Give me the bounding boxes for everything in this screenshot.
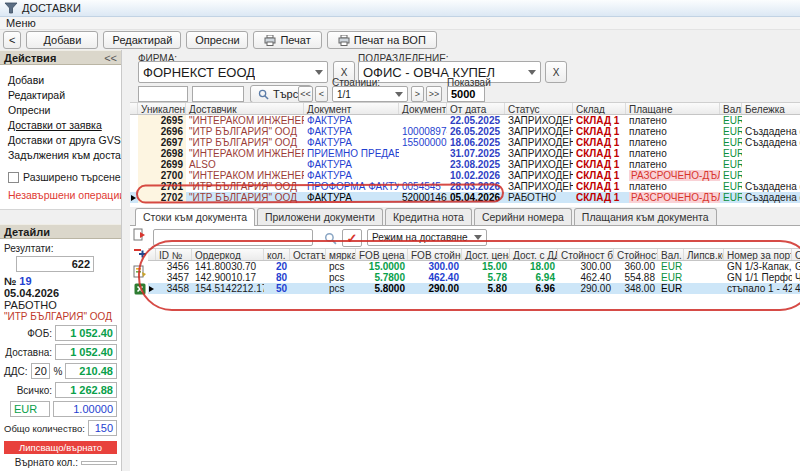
col-supplier[interactable]: Доставчик	[186, 103, 304, 114]
sidebar-link-refresh[interactable]: Опресни	[8, 104, 121, 116]
delivery-row[interactable]: 2695 "ИНТЕРАКОМ ИНЖЕНЕРИНГ" ООД ФАКТУРА …	[130, 115, 800, 126]
print-vop-button[interactable]: Печат на ВОП	[327, 31, 437, 49]
print-button[interactable]: Печат	[253, 31, 321, 49]
back-button[interactable]: <	[3, 31, 21, 49]
col-unit[interactable]: мярка	[326, 249, 356, 260]
cell-delivery-price-vat: 6.96	[510, 283, 558, 294]
sidebar-link-add[interactable]: Добави	[8, 74, 121, 86]
next-page-button[interactable]: >	[411, 86, 424, 102]
cell-currency: EUR	[658, 261, 684, 272]
tab-attached-documents[interactable]: Приложени документи	[257, 208, 383, 225]
col-quantity[interactable]: кол.	[264, 249, 290, 260]
col-unique-id[interactable]: Уникален №	[138, 103, 186, 114]
edit-button[interactable]: Редактирай	[103, 31, 181, 49]
cell-currency: EUR	[658, 272, 684, 283]
items-search-button[interactable]	[320, 229, 340, 247]
col-value-no-vat[interactable]: Стойност без ДД	[558, 249, 614, 260]
collapse-sidebar-button[interactable]: <<	[104, 52, 117, 64]
cell-value-with-vat: 554.88	[614, 272, 658, 283]
total-value: 1 262.88	[55, 382, 117, 398]
col-document[interactable]: Документ	[304, 103, 399, 114]
menu-item[interactable]: Меню	[6, 17, 36, 29]
col-note[interactable]: Бележка	[742, 103, 800, 114]
pages-select[interactable]: 1/1	[332, 86, 408, 102]
refresh-button[interactable]: Опресни	[186, 31, 248, 49]
col-date[interactable]: От дата	[447, 103, 505, 114]
delivery-mode-select[interactable]: Режим на доставяне	[367, 229, 487, 246]
sidebar-link-supplier-obligations[interactable]: Задължения към доставчици	[8, 149, 121, 161]
delivery-row[interactable]: 2702 "ИТР БЪЛГАРИЯ" ООД ФАКТУРА 52000146…	[130, 192, 800, 203]
cell-note: Създадена от И	[742, 181, 800, 192]
results-label: Резултати:	[4, 243, 117, 254]
prev-page-button[interactable]: <	[315, 86, 328, 102]
tab-credit-note[interactable]: Кредитна нота	[385, 208, 472, 225]
tab-serial-numbers[interactable]: Серийни номера	[474, 208, 572, 225]
col-fob-value[interactable]: FOB стойност	[408, 249, 462, 260]
cell-currency: EUR	[720, 181, 742, 192]
cell-delivery-price: 5.80	[462, 283, 510, 294]
division-clear-button[interactable]: X	[545, 61, 567, 83]
col-store[interactable]: Склад	[573, 103, 626, 114]
cell-document-number	[399, 170, 447, 181]
col-currency[interactable]: Валута	[720, 103, 742, 114]
export-excel-icon[interactable]	[133, 282, 147, 296]
item-row[interactable]: 3457 142.90010.17 80 pcs 5.7800 462.40 5…	[148, 272, 800, 283]
filter-input-2[interactable]	[192, 86, 244, 102]
first-page-button[interactable]: <<	[298, 86, 313, 102]
items-icon-strip	[132, 228, 148, 296]
confirm-button[interactable]: ✓	[342, 229, 362, 247]
item-row[interactable]: 3458 154.5142212.17 50 pcs 5.8000 290.00…	[148, 283, 800, 294]
export-rows-icon[interactable]	[133, 228, 147, 242]
col-status[interactable]: Статус	[505, 103, 573, 114]
col-order-number[interactable]: Номер за поръчка	[724, 249, 792, 260]
cell-value-no-vat: 290.00	[558, 283, 614, 294]
cell-date: 18.06.2025	[447, 137, 505, 148]
add-button[interactable]: Добави	[26, 31, 98, 49]
chevron-down-icon	[474, 235, 482, 240]
cell-missing-qty	[684, 272, 724, 283]
col-delivery-price-vat[interactable]: Дост. с ДДС	[510, 249, 558, 260]
col-remainder[interactable]: Остатък	[290, 249, 326, 260]
sidebar-link-deliveries-other-store[interactable]: Доставки от друга GVStorePRO	[8, 134, 121, 146]
company-select[interactable]: ФОРНЕКСТ ЕООД	[138, 61, 328, 83]
last-page-button[interactable]: >>	[426, 86, 442, 102]
currency-field[interactable]: EUR	[10, 401, 50, 417]
col-value-with-vat[interactable]: Стойност с	[614, 249, 658, 260]
filter-input-1[interactable]	[138, 86, 188, 102]
vat-rate-field[interactable]: 20	[31, 363, 51, 379]
funnel-icon	[4, 1, 18, 15]
col-delivery-price[interactable]: Дост. цена	[462, 249, 510, 260]
col-item-id[interactable]: ID №	[156, 249, 192, 260]
cell-value-with-vat: 348.00	[614, 283, 658, 294]
advanced-search-row: Разширено търсене	[8, 171, 121, 183]
returned-qty-field[interactable]	[81, 461, 117, 465]
cell-order-number: GN 1/1 Перфорирана ч	[724, 272, 792, 283]
delivery-row[interactable]: 2697 "ИТР БЪЛГАРИЯ" ООД ФАКТУРА 15500000…	[130, 137, 800, 148]
sidebar-link-edit[interactable]: Редактирай	[8, 89, 121, 101]
cell-unique-id: 2699	[138, 159, 186, 170]
col-description[interactable]: Описание н	[792, 249, 800, 260]
delivery-row[interactable]: 2698 "ИНТЕРАКОМ ИНЖЕНЕРИНГ" ООД ПРИЕМНО …	[130, 148, 800, 159]
add-remove-row-icon[interactable]	[133, 246, 147, 260]
cell-currency: EUR	[720, 192, 742, 203]
col-missing-qty[interactable]: Липсв.кол.	[684, 249, 724, 260]
advanced-search-checkbox[interactable]	[8, 172, 19, 183]
tab-items[interactable]: Стоки към документа	[135, 208, 255, 226]
show-count-input[interactable]	[447, 86, 485, 102]
col-fob-price[interactable]: FOB цена	[356, 249, 408, 260]
edit-rows-icon[interactable]	[133, 264, 147, 278]
delivery-row[interactable]: 2700 "ИНТЕРАКОМ ИНЖЕНЕРИНГ" ООД ФАКТУРА …	[130, 170, 800, 181]
delivery-row[interactable]: 2699 ALSO ФАКТУРА 23.08.2025 ЗАПРИХОДЕНО…	[130, 159, 800, 170]
col-document-number[interactable]: Документ №	[399, 103, 447, 114]
item-row[interactable]: 3456 141.80030.70 20 pcs 15.0000 300.00 …	[148, 261, 800, 272]
tab-payments[interactable]: Плащания към документа	[574, 208, 717, 225]
col-payment[interactable]: Плащане	[626, 103, 720, 114]
items-search-input[interactable]	[153, 229, 313, 246]
delivery-row[interactable]: 2701 "ИТР БЪЛГАРИЯ" ООД ПРОФОРМА ФАКТУРА…	[130, 181, 800, 192]
unfinished-operations-warning[interactable]: Незавършени операции! (2)	[8, 189, 122, 201]
col-currency[interactable]: Вал.	[658, 249, 684, 260]
cell-supplier: "ИНТЕРАКОМ ИНЖЕНЕРИНГ" ООД	[186, 170, 304, 181]
sidebar-link-deliveries-from-request[interactable]: Доставки от заявка	[8, 119, 121, 131]
col-order-code[interactable]: Ордеркод	[192, 249, 264, 260]
delivery-row[interactable]: 2696 "ИТР БЪЛГАРИЯ" ООД ФАКТУРА 10000897…	[130, 126, 800, 137]
